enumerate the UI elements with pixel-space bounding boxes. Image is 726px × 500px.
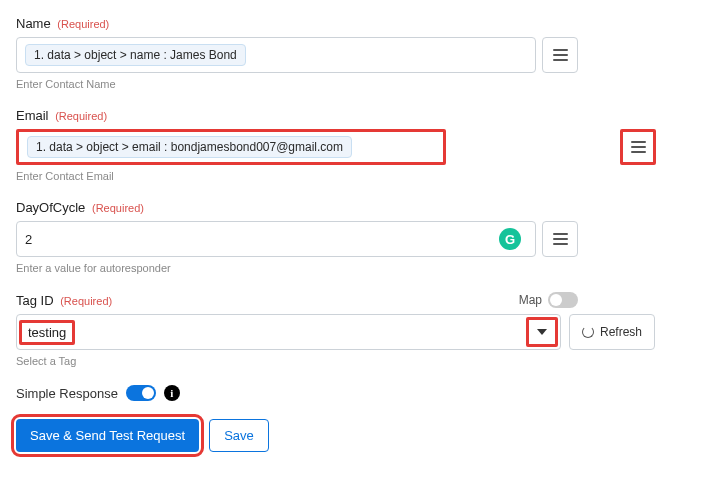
simple-response-row: Simple Response i (16, 385, 710, 401)
email-token[interactable]: 1. data > object > email : bondjamesbond… (27, 136, 352, 158)
save-send-test-button[interactable]: Save & Send Test Request (16, 419, 199, 452)
simple-response-label: Simple Response (16, 386, 118, 401)
info-icon[interactable]: i (164, 385, 180, 401)
email-helper: Enter Contact Email (16, 170, 710, 182)
button-row: Save & Send Test Request Save (16, 419, 710, 452)
name-field: Name (Required) 1. data > object > name … (16, 16, 710, 90)
grammarly-icon: G (499, 228, 521, 250)
dayofcycle-field: DayOfCycle (Required) 2 G Enter a value … (16, 200, 710, 274)
map-toggle[interactable] (548, 292, 578, 308)
hamburger-icon (553, 49, 568, 61)
map-label: Map (519, 293, 542, 307)
name-menu-button[interactable] (542, 37, 578, 73)
refresh-label: Refresh (600, 325, 642, 339)
name-label-text: Name (16, 16, 51, 31)
tagid-label: Tag ID (Required) (16, 293, 112, 308)
name-input[interactable]: 1. data > object > name : James Bond (16, 37, 536, 73)
simple-response-toggle[interactable] (126, 385, 156, 401)
email-label: Email (Required) (16, 108, 710, 123)
dayofcycle-required-text: (Required) (92, 202, 144, 214)
dayofcycle-menu-button[interactable] (542, 221, 578, 257)
tagid-label-text: Tag ID (16, 293, 54, 308)
name-required-text: (Required) (57, 18, 109, 30)
refresh-icon (582, 326, 594, 338)
email-field: Email (Required) 1. data > object > emai… (16, 108, 710, 182)
dayofcycle-label-text: DayOfCycle (16, 200, 85, 215)
hamburger-icon (631, 141, 646, 153)
name-helper: Enter Contact Name (16, 78, 710, 90)
chevron-down-icon (537, 329, 547, 335)
save-button[interactable]: Save (209, 419, 269, 452)
email-menu-button[interactable] (620, 129, 656, 165)
dayofcycle-label: DayOfCycle (Required) (16, 200, 710, 215)
dayofcycle-value: 2 (25, 232, 32, 247)
tagid-field: Tag ID (Required) Map testing Refresh Se… (16, 292, 710, 367)
email-input[interactable]: 1. data > object > email : bondjamesbond… (16, 129, 446, 165)
refresh-button[interactable]: Refresh (569, 314, 655, 350)
tagid-required-text: (Required) (60, 295, 112, 307)
dayofcycle-input[interactable]: 2 G (16, 221, 536, 257)
tagid-caret-area[interactable] (526, 317, 558, 347)
tagid-value: testing (19, 320, 75, 345)
email-label-text: Email (16, 108, 49, 123)
dayofcycle-helper: Enter a value for autoresponder (16, 262, 710, 274)
hamburger-icon (553, 233, 568, 245)
name-token[interactable]: 1. data > object > name : James Bond (25, 44, 246, 66)
tagid-select[interactable]: testing (16, 314, 561, 350)
email-required-text: (Required) (55, 110, 107, 122)
name-label: Name (Required) (16, 16, 710, 31)
tagid-helper: Select a Tag (16, 355, 710, 367)
